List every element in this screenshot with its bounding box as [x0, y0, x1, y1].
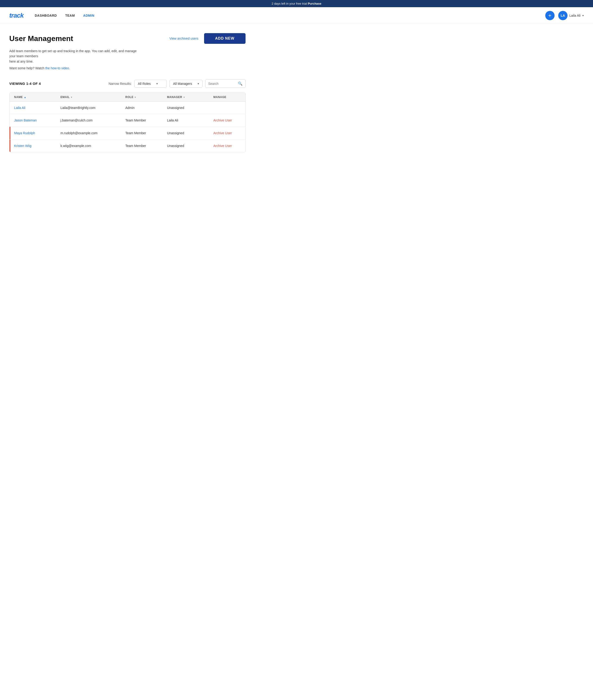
nav-links: DASHBOARD TEAM ADMIN: [35, 14, 545, 17]
email-sort-icon: ▾: [71, 96, 72, 99]
add-new-button[interactable]: ADD NEW: [204, 33, 245, 44]
user-name-link-1[interactable]: Jason Bateman: [14, 118, 37, 122]
global-add-button[interactable]: +: [545, 11, 555, 20]
cell-role-3: Team Member: [125, 144, 167, 148]
help-text: Want some help? Watch the how-to video.: [9, 66, 245, 70]
search-icon: 🔍: [238, 81, 242, 86]
manager-sort-icon: ▾: [184, 96, 185, 99]
cell-email-3: k.wiig@example.com: [61, 144, 125, 148]
roles-dropdown-value: All Roles: [138, 82, 151, 85]
cell-name-3: Kristen Wiig: [14, 144, 61, 148]
main-content: User Management View archived users ADD …: [0, 24, 255, 166]
narrow-results-label: Narrow Results:: [109, 82, 132, 85]
filters-row: VIEWING 1-4 OF 4 Narrow Results: All Rol…: [9, 79, 245, 88]
page-header-actions: View archived users ADD NEW: [169, 33, 245, 44]
logo: track: [9, 12, 24, 19]
cell-manage-1: Archive User: [213, 118, 245, 122]
cell-role-2: Team Member: [125, 131, 167, 135]
search-box: 🔍: [205, 79, 245, 88]
user-menu-chevron-icon: ▾: [582, 14, 584, 17]
archive-user-link-2[interactable]: Archive User: [213, 131, 232, 135]
cell-manager-2: Unassigned: [167, 131, 213, 135]
managers-dropdown-chevron-icon: ▾: [198, 82, 199, 85]
roles-dropdown[interactable]: All Roles ▾: [134, 80, 167, 87]
user-name-link-0[interactable]: Laila Ali: [14, 106, 25, 110]
search-input[interactable]: [208, 82, 236, 85]
cell-manager-3: Unassigned: [167, 144, 213, 148]
page-title: User Management: [9, 34, 73, 43]
name-sort-icon: ▲: [24, 96, 26, 99]
cell-role-0: Admin: [125, 106, 167, 110]
users-table: NAME ▲ EMAIL ▾ ROLE ▾ MANAGER ▾ MANAGE L…: [9, 93, 245, 152]
col-header-name[interactable]: NAME ▲: [14, 96, 61, 99]
table-row: Kristen Wiig k.wiig@example.com Team Mem…: [9, 140, 245, 152]
user-menu[interactable]: LA Laila Ali ▾: [558, 11, 584, 20]
page-description: Add team members to get set up and track…: [9, 48, 139, 64]
trial-banner: 2 days left in your free trial Purchase: [0, 0, 593, 7]
cell-name-2: Maya Rudolph: [14, 131, 61, 135]
cell-email-2: m.rudolph@example.com: [61, 131, 125, 135]
nav-admin[interactable]: ADMIN: [83, 14, 94, 17]
archive-user-link-3[interactable]: Archive User: [213, 144, 232, 148]
table-row: Laila Ali Laila@teamBrightly.com Admin U…: [9, 102, 245, 114]
user-name-link-2[interactable]: Maya Rudolph: [14, 131, 35, 135]
nav-dashboard[interactable]: DASHBOARD: [35, 14, 57, 17]
user-name-label: Laila Ali: [569, 14, 581, 17]
table-row: Maya Rudolph m.rudolph@example.com Team …: [9, 127, 245, 140]
view-archived-link[interactable]: View archived users: [169, 37, 199, 40]
viewing-count: VIEWING 1-4 OF 4: [9, 82, 41, 85]
how-to-video-link[interactable]: the how-to video.: [45, 66, 70, 70]
cell-email-1: j.bateman@culch.com: [61, 118, 125, 122]
nav-right: + LA Laila Ali ▾: [545, 11, 584, 20]
role-sort-icon: ▾: [134, 96, 136, 99]
page-header: User Management View archived users ADD …: [9, 33, 245, 44]
cell-name-1: Jason Bateman: [14, 118, 61, 122]
cell-manager-1: Laila Ali: [167, 118, 213, 122]
cell-role-1: Team Member: [125, 118, 167, 122]
table-header: NAME ▲ EMAIL ▾ ROLE ▾ MANAGER ▾ MANAGE: [9, 93, 245, 102]
col-header-role[interactable]: ROLE ▾: [125, 96, 167, 99]
cell-manage-2: Archive User: [213, 131, 245, 135]
nav-team[interactable]: TEAM: [65, 14, 75, 17]
cell-manager-0: Unassigned: [167, 106, 213, 110]
col-header-email[interactable]: EMAIL ▾: [61, 96, 125, 99]
archive-user-link-1[interactable]: Archive User: [213, 118, 232, 122]
narrow-results: Narrow Results: All Roles ▾ All Managers…: [109, 79, 245, 88]
col-header-manager[interactable]: MANAGER ▾: [167, 96, 213, 99]
purchase-link[interactable]: Purchase: [308, 2, 321, 5]
cell-manage-3: Archive User: [213, 144, 245, 148]
roles-dropdown-chevron-icon: ▾: [156, 82, 158, 85]
cell-email-0: Laila@teamBrightly.com: [61, 106, 125, 110]
avatar: LA: [558, 11, 567, 20]
table-row: Jason Bateman j.bateman@culch.com Team M…: [9, 114, 245, 127]
main-nav: track DASHBOARD TEAM ADMIN + LA Laila Al…: [0, 7, 593, 24]
managers-dropdown-value: All Managers: [173, 82, 192, 85]
banner-text: 2 days left in your free trial Purchase: [272, 2, 321, 5]
table-body: Laila Ali Laila@teamBrightly.com Admin U…: [9, 102, 245, 152]
managers-dropdown[interactable]: All Managers ▾: [169, 80, 202, 87]
cell-name-0: Laila Ali: [14, 106, 61, 110]
user-name-link-3[interactable]: Kristen Wiig: [14, 144, 32, 148]
col-header-manage: MANAGE: [213, 96, 245, 99]
